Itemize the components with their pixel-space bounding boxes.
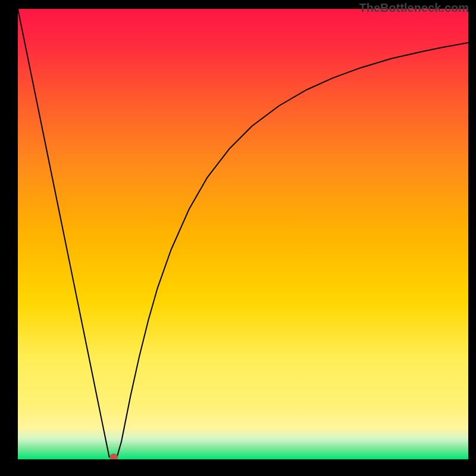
chart-svg xyxy=(18,9,468,459)
watermark-link[interactable]: TheBottleneck.com xyxy=(359,1,469,15)
chart-background xyxy=(18,9,468,459)
plot-area xyxy=(18,9,468,459)
chart-container: TheBottleneck.com xyxy=(0,0,476,476)
